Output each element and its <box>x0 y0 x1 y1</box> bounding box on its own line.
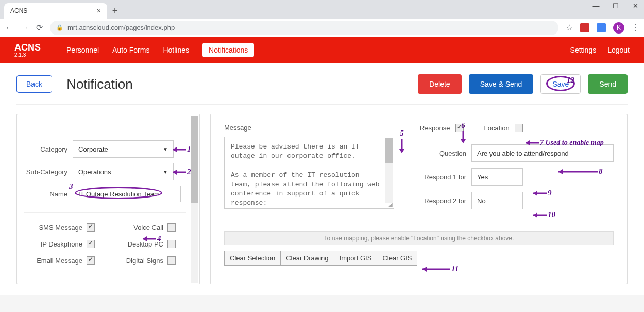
voice-checkbox-row: Voice Call <box>105 223 186 232</box>
brand-version: 2.1.3 <box>14 52 41 58</box>
respond1-label: Respond 1 for <box>420 173 466 181</box>
lock-icon: 🔒 <box>56 24 63 31</box>
chevron-down-icon: ▼ <box>163 146 168 152</box>
import-gis-button[interactable]: Import GIS <box>334 251 378 266</box>
nav-forward-icon[interactable]: → <box>21 23 29 32</box>
new-tab-button[interactable]: + <box>107 3 123 19</box>
save-send-button[interactable]: Save & Send <box>469 74 534 94</box>
window-controls: — ☐ ✕ <box>592 2 639 10</box>
brand: ACNS 2.1.3 <box>14 43 41 58</box>
clear-drawing-button[interactable]: Clear Drawing <box>281 251 334 266</box>
message-textarea[interactable]: Please be advised there is an IT outage … <box>224 137 394 209</box>
extension-icon[interactable] <box>580 23 589 32</box>
back-button[interactable]: Back <box>16 75 52 93</box>
url-input[interactable]: 🔒 mrt.acnscloud.com/pages/index.php <box>50 21 558 35</box>
resize-grip-icon[interactable]: ◢ <box>388 202 393 207</box>
question-label: Question <box>420 150 466 157</box>
desktop-checkbox[interactable] <box>167 240 176 248</box>
window-minimize[interactable]: — <box>592 2 600 10</box>
url-text: mrt.acnscloud.com/pages/index.php <box>67 24 175 31</box>
respond2-input[interactable]: No <box>471 192 523 209</box>
response-checkbox[interactable] <box>455 124 464 132</box>
ipdesk-checkbox-row: IP Deskphone <box>24 240 105 248</box>
respond2-label: Respond 2 for <box>420 197 466 205</box>
channel-checkboxes: SMS Message Voice Call IP Deskphone Desk… <box>24 212 186 265</box>
close-icon[interactable]: × <box>97 7 101 15</box>
desktop-checkbox-row: Desktop PC <box>105 240 186 248</box>
sms-checkbox-row: SMS Message <box>24 223 105 232</box>
digital-checkbox-row: Digital Signs <box>105 256 186 265</box>
brand-logo: ACNS <box>14 43 41 52</box>
browser-tab[interactable]: ACNS × <box>4 3 107 19</box>
chevron-down-icon: ▼ <box>163 169 168 175</box>
window-close[interactable]: ✕ <box>632 2 639 10</box>
reload-icon[interactable]: ⟳ <box>36 23 43 32</box>
map-notice: To use mapping, please enable "Location"… <box>224 231 614 245</box>
email-checkbox-row: Email Message <box>24 256 105 265</box>
page-body: Back Notification Delete Save & Send Sav… <box>0 63 644 295</box>
scrollbar[interactable] <box>191 116 198 283</box>
star-icon[interactable]: ☆ <box>566 23 573 32</box>
profile-avatar[interactable]: K <box>613 22 624 34</box>
reader-icon[interactable] <box>597 23 606 32</box>
textarea-scrollbar[interactable] <box>385 138 393 203</box>
gis-button-group: Clear Selection Clear Drawing Import GIS… <box>224 251 614 266</box>
email-checkbox[interactable] <box>87 256 95 265</box>
message-label: Message <box>224 124 399 132</box>
app-header: ACNS 2.1.3 Personnel Auto Forms Hotlines… <box>0 37 644 63</box>
respond1-input[interactable]: Yes <box>471 168 523 186</box>
page-head: Back Notification Delete Save & Send Sav… <box>16 74 628 105</box>
delete-button[interactable]: Delete <box>418 74 461 94</box>
nav-personnel[interactable]: Personnel <box>66 46 99 54</box>
name-label: Name <box>24 190 67 198</box>
subcategory-label: Sub-Category <box>24 168 67 176</box>
clear-gis-button[interactable]: Clear GIS <box>377 251 417 266</box>
name-input[interactable]: IT Outage Resolution Team <box>73 186 181 202</box>
clear-selection-button[interactable]: Clear Selection <box>224 251 281 266</box>
browser-tab-strip: ACNS × + <box>0 0 644 19</box>
category-select[interactable]: Corporate ▼ <box>73 140 174 158</box>
sms-checkbox[interactable] <box>87 223 95 232</box>
save-button[interactable]: Save <box>540 74 581 94</box>
window-maximize[interactable]: ☐ <box>612 2 619 10</box>
nav-back-icon[interactable]: ← <box>5 23 13 32</box>
send-button[interactable]: Send <box>588 74 628 94</box>
scrollbar-thumb[interactable] <box>385 138 393 163</box>
voice-checkbox[interactable] <box>167 223 176 232</box>
nav-hotlines[interactable]: Hotlines <box>163 46 189 54</box>
location-label: Location <box>484 124 510 132</box>
nav-logout[interactable]: Logout <box>607 46 630 54</box>
category-label: Category <box>24 145 67 153</box>
question-input[interactable]: Are you able to attend/respond <box>471 144 614 162</box>
location-checkbox[interactable] <box>515 124 523 132</box>
ipdesk-checkbox[interactable] <box>87 240 95 248</box>
nav-autoforms[interactable]: Auto Forms <box>112 46 149 54</box>
digital-checkbox[interactable] <box>167 256 176 265</box>
address-bar: ← → ⟳ 🔒 mrt.acnscloud.com/pages/index.ph… <box>0 19 644 37</box>
page-title: Notification <box>66 76 133 92</box>
left-panel: Category Corporate ▼ Sub-Category Operat… <box>16 114 200 284</box>
scrollbar-thumb[interactable] <box>191 116 198 203</box>
right-panel: Message Please be advised there is an IT… <box>210 114 628 284</box>
nav-notifications[interactable]: Notifications <box>202 43 254 57</box>
response-label: Response <box>420 124 450 132</box>
nav-settings[interactable]: Settings <box>570 46 597 54</box>
menu-icon[interactable]: ⋮ <box>632 23 639 32</box>
tab-title: ACNS <box>10 7 27 14</box>
message-body: Please be advised there is an IT outage … <box>225 137 394 208</box>
subcategory-select[interactable]: Operations ▼ <box>73 163 174 180</box>
